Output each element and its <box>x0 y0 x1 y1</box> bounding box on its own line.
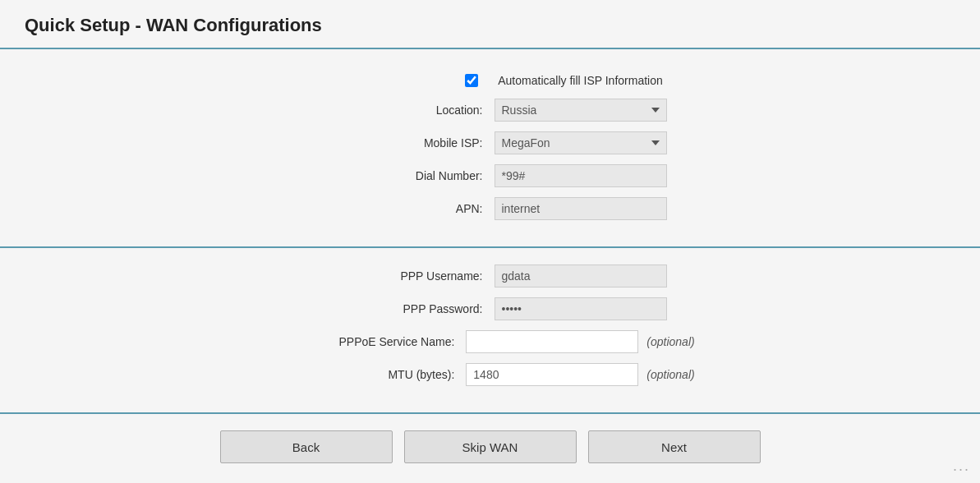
apn-row: APN: <box>0 197 980 220</box>
next-button[interactable]: Next <box>588 430 761 463</box>
mobile-isp-select[interactable]: MegaFon Beeline MTS Tele2 <box>495 131 667 154</box>
page-wrapper: Quick Setup - WAN Configurations Automat… <box>0 0 980 483</box>
auto-fill-row: Automatically fill ISP Information <box>0 74 980 87</box>
mobile-isp-row: Mobile ISP: MegaFon Beeline MTS Tele2 <box>0 131 980 154</box>
page-title: Quick Setup - WAN Configurations <box>0 0 980 48</box>
dial-number-label: Dial Number: <box>314 169 495 182</box>
ppp-username-label: PPP Username: <box>314 269 495 283</box>
isp-section: Automatically fill ISP Information Locat… <box>0 49 980 246</box>
checkbox-spacer <box>317 74 498 87</box>
pppoe-service-name-input[interactable] <box>466 330 638 353</box>
location-label: Location: <box>314 104 495 117</box>
ppp-section: PPP Username: PPP Password: PPPoE Servic… <box>0 248 980 412</box>
location-select[interactable]: Russia USA China Germany Other <box>495 99 667 122</box>
mobile-isp-label: Mobile ISP: <box>314 136 495 150</box>
ppp-password-row: PPP Password: <box>0 297 980 320</box>
auto-fill-checkbox[interactable] <box>465 74 478 87</box>
pppoe-optional-label: (optional) <box>646 335 694 348</box>
apn-input[interactable] <box>495 197 667 220</box>
auto-fill-label: Automatically fill ISP Information <box>498 74 663 87</box>
ppp-password-input[interactable] <box>495 297 667 320</box>
back-button[interactable]: Back <box>220 430 393 463</box>
pppoe-service-name-row: PPPoE Service Name: (optional) <box>0 330 980 353</box>
mtu-optional-label: (optional) <box>646 368 694 381</box>
bottom-dots: ··· <box>953 461 970 478</box>
skip-wan-button[interactable]: Skip WAN <box>404 430 577 463</box>
button-row: Back Skip WAN Next <box>0 414 980 483</box>
location-row: Location: Russia USA China Germany Other <box>0 99 980 122</box>
apn-label: APN: <box>314 202 495 215</box>
ppp-password-label: PPP Password: <box>314 302 495 315</box>
dial-number-input[interactable] <box>495 164 667 187</box>
mtu-row: MTU (bytes): (optional) <box>0 363 980 386</box>
dial-number-row: Dial Number: <box>0 164 980 187</box>
pppoe-service-name-label: PPPoE Service Name: <box>285 335 466 348</box>
ppp-username-row: PPP Username: <box>0 264 980 288</box>
ppp-username-input[interactable] <box>495 264 667 288</box>
mtu-input[interactable] <box>466 363 638 386</box>
mtu-label: MTU (bytes): <box>285 368 466 381</box>
